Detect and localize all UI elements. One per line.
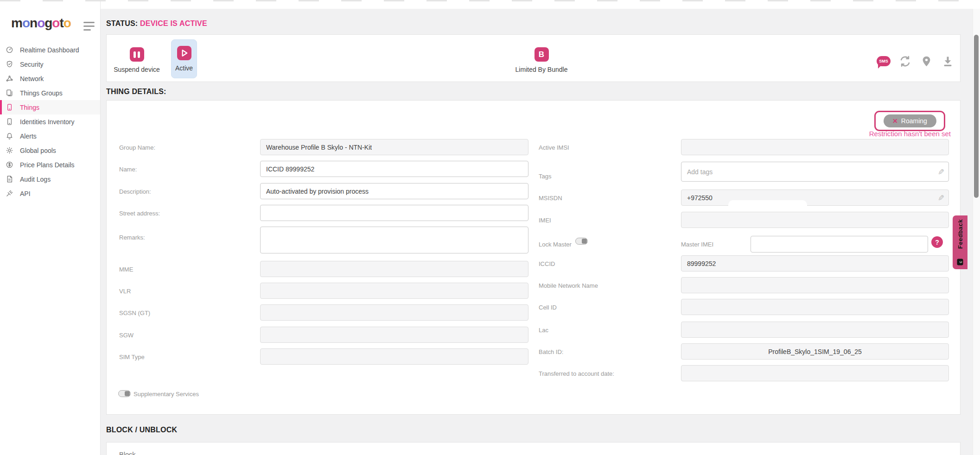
description-label: Description: — [119, 188, 151, 195]
lock-master-toggle[interactable] — [575, 238, 588, 245]
mobile-network-name-field — [681, 277, 949, 293]
description-value: Auto-activated by provision process — [266, 188, 369, 195]
security-shield-icon — [6, 60, 13, 68]
sidebar-item-things-groups[interactable]: Things Groups — [0, 86, 100, 100]
logo-letter: o — [64, 16, 71, 30]
sidebar-item-label: Audit Logs — [20, 176, 51, 183]
dashboard-icon — [6, 46, 13, 54]
tags-label: Tags — [539, 173, 551, 180]
redaction-blur — [728, 200, 807, 210]
street-address-field[interactable] — [260, 205, 528, 221]
sms-icon[interactable]: SMS — [877, 54, 891, 68]
cell-id-label: Cell ID — [539, 304, 557, 311]
transferred-to-account-date-label: Transferred to account date: — [539, 370, 614, 377]
msisdn-field[interactable]: +972550✎ — [681, 190, 949, 206]
sidebar-item-label: API — [20, 190, 31, 197]
remarks-label: Remarks: — [119, 234, 145, 241]
sgw-field — [260, 327, 528, 343]
logo-letter: o — [52, 16, 59, 30]
logo-letter: t — [59, 16, 63, 30]
tags-field[interactable]: Add tags✎ — [681, 162, 949, 182]
sgw-label: SGW — [119, 332, 134, 339]
group-name-label: Group Name: — [119, 144, 155, 151]
sim-type-field — [260, 348, 528, 365]
name-field[interactable]: ICCID 89999252 — [260, 161, 528, 177]
sidebar-item-alerts[interactable]: Alerts — [0, 129, 100, 143]
mobile-network-name-label: Mobile Network Name — [539, 282, 598, 289]
audit-logs-icon — [6, 175, 13, 183]
remarks-field[interactable] — [260, 227, 528, 253]
things-groups-icon — [6, 89, 13, 97]
sidebar-item-things[interactable]: Things — [0, 100, 100, 114]
sidebar-item-audit-logs[interactable]: Audit Logs — [0, 172, 100, 186]
things-icon — [6, 103, 13, 111]
sidebar-item-label: Things — [20, 104, 39, 111]
street-address-label: Street address: — [119, 210, 160, 217]
sidebar-nav: Realtime DashboardSecurityNetworkThings … — [0, 43, 100, 201]
sidebar-item-identities-inventory[interactable]: Identities Inventory — [0, 114, 100, 129]
logo-letter: m — [11, 16, 22, 30]
edit-pencil-icon[interactable]: ✎ — [938, 167, 944, 177]
master-imei-field[interactable] — [751, 236, 928, 253]
limited-by-bundle-label: Limited By Bundle — [515, 66, 568, 73]
sidebar-item-label: Network — [20, 75, 44, 82]
help-question-icon[interactable] — [931, 236, 943, 248]
sidebar-item-label: Security — [20, 61, 44, 68]
mme-field — [260, 261, 528, 277]
close-x-icon — [892, 118, 898, 124]
roaming-restriction-control[interactable]: Roaming — [874, 111, 945, 131]
iccid-field: 89999252 — [681, 255, 949, 272]
name-label: Name: — [119, 166, 137, 173]
sidebar-item-realtime-dashboard[interactable]: Realtime Dashboard — [0, 43, 100, 57]
group-name-value: Warehouse Profile B Skylo - NTN-Kit — [266, 144, 372, 151]
vertical-scrollbar[interactable] — [973, 9, 980, 455]
supplementary-services-label: Supplementary Services — [134, 391, 199, 398]
hamburger-menu-icon[interactable] — [83, 22, 95, 31]
sidebar-item-label: Identities Inventory — [20, 118, 75, 126]
sidebar: monogoto Realtime DashboardSecurityNetwo… — [0, 0, 101, 455]
transferred-to-account-date-field — [681, 365, 949, 381]
suspend-device-button[interactable]: Suspend device — [113, 47, 160, 73]
active-state-button[interactable]: Active — [171, 39, 197, 78]
pause-icon — [130, 47, 144, 62]
price-plans-icon — [6, 161, 13, 169]
alerts-bell-icon — [6, 132, 13, 140]
sidebar-item-label: Alerts — [20, 133, 37, 140]
batch-id-field: ProfileB_Skylo_1SIM_19_06_25 — [681, 343, 949, 360]
sidebar-item-network[interactable]: Network — [0, 71, 100, 86]
suspend-device-label: Suspend device — [114, 66, 160, 73]
location-icon[interactable] — [919, 54, 933, 68]
feedback-tab[interactable]: Feedback c — [953, 215, 967, 269]
supplementary-services-toggle[interactable] — [118, 390, 131, 397]
status-value: DEVICE IS ACTIVE — [140, 19, 207, 27]
sidebar-item-security[interactable]: Security — [0, 57, 100, 71]
scrollbar-thumb[interactable] — [974, 35, 979, 198]
description-field[interactable]: Auto-activated by provision process — [260, 183, 528, 199]
device-toolbar: SMS — [877, 54, 955, 68]
tags-value: Add tags — [687, 168, 713, 176]
api-icon — [6, 190, 13, 197]
feedback-chat-icon: c — [957, 259, 963, 265]
imei-field — [681, 212, 949, 228]
active-imsi-label: Active IMSI — [539, 144, 569, 151]
sidebar-item-api[interactable]: API — [0, 186, 100, 201]
block-label: Block — [119, 451, 135, 455]
sidebar-item-price-plans-details[interactable]: Price Plans Details — [0, 158, 100, 172]
iccid-label: ICCID — [539, 260, 555, 267]
download-icon[interactable] — [941, 54, 955, 68]
imei-label: IMEI — [539, 217, 551, 224]
bundle-b-icon: B — [535, 47, 549, 62]
active-imsi-field — [681, 139, 949, 155]
limited-by-bundle-button[interactable]: B Limited By Bundle — [516, 47, 566, 73]
roaming-pill-button[interactable]: Roaming — [884, 114, 936, 127]
cell-id-field — [681, 299, 949, 315]
global-pools-icon — [6, 146, 13, 154]
thing-details-header: THING DETAILS: — [106, 88, 166, 96]
network-icon — [6, 75, 13, 82]
edit-pencil-icon[interactable]: ✎ — [938, 193, 944, 202]
sidebar-item-global-pools[interactable]: Global pools — [0, 143, 100, 158]
block-unblock-header: BLOCK / UNBLOCK — [106, 426, 177, 434]
refresh-icon[interactable] — [898, 54, 912, 68]
name-value: ICCID 89999252 — [266, 165, 314, 173]
group-name-field: Warehouse Profile B Skylo - NTN-Kit — [260, 139, 528, 155]
